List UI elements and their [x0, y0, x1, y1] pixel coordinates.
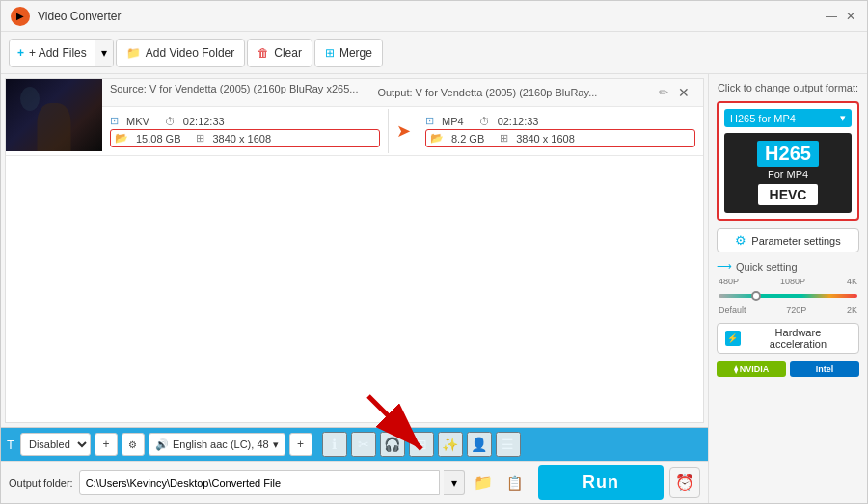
resolution-slider-wrap: [717, 290, 859, 302]
format-dropdown-label: H265 for MP4: [730, 113, 796, 124]
folder-size-icon: 📂: [115, 132, 128, 145]
output-duration: 02:12:33: [498, 116, 539, 127]
trash-icon: 🗑: [258, 46, 269, 60]
subtitle-add-button[interactable]: +: [95, 433, 118, 456]
resolution-top-labels: 480P 1080P 4K: [717, 277, 859, 286]
text-icon: T: [7, 438, 14, 452]
audio-icon: 🔊: [155, 438, 169, 451]
res2-icon: ⊞: [500, 132, 508, 145]
audio-dropdown-arrow: ▾: [273, 438, 279, 451]
title-bar: ▶ Video Converter — ✕: [1, 1, 867, 32]
file-row: Source: V for Vendetta (2005) (2160p Blu…: [6, 79, 703, 156]
format-preview: H265 For MP4 HEVC: [724, 133, 852, 213]
source-size-row: 📂 15.08 GB ⊞ 3840 x 1608: [110, 129, 380, 147]
for-mp4-text: For MP4: [768, 169, 808, 180]
merge-icon: ⊞: [325, 46, 335, 60]
alarm-icon: ⏰: [675, 473, 694, 491]
source-format-row: ⊡ MKV ⏱ 02:12:33: [110, 115, 380, 127]
thumbnail: [6, 79, 102, 151]
hardware-acceleration-button[interactable]: ⚡ Hardware acceleration: [717, 323, 859, 354]
file-details: ⊡ MKV ⏱ 02:12:33 📂 15.08 GB ⊞ 3840 x 16: [102, 107, 703, 155]
convert-arrow-icon: ➤: [396, 120, 411, 142]
output-size-row: 📂 8.2 GB ⊞ 3840 x 1608: [425, 129, 695, 147]
headphones-icon-button[interactable]: 🎧: [380, 432, 405, 457]
source-format: MKV: [126, 116, 149, 127]
subtitle-edit-button[interactable]: ⚙: [122, 433, 145, 456]
effects-icon-button[interactable]: ✨: [438, 432, 463, 457]
quick-setting-label: Quick setting: [736, 261, 798, 273]
change-format-title: Click to change output format:: [717, 82, 859, 93]
resolution-bottom-labels: Default 720P 2K: [717, 305, 859, 315]
nvidia-button[interactable]: ⧫ NVIDIA: [717, 361, 786, 377]
thumbnail-image: [6, 79, 102, 151]
subtitle-select[interactable]: Disabled: [20, 433, 91, 456]
intel-button[interactable]: Intel: [790, 361, 859, 377]
output-size: 8.2 GB: [451, 133, 484, 145]
watermark-icon-button[interactable]: 👤: [467, 432, 492, 457]
info-icon-button[interactable]: ℹ: [322, 432, 347, 457]
audio-track[interactable]: 🔊 English aac (LC), 48 ▾: [149, 433, 285, 456]
cut-icon-button[interactable]: ✂: [351, 432, 376, 457]
window-controls: — ✕: [825, 10, 857, 23]
folder-copy-button[interactable]: 📋: [502, 470, 527, 495]
add-video-folder-button[interactable]: 📁 Add Video Folder: [116, 39, 246, 67]
output-label: Output: V for Vendetta (2005) (2160p Blu…: [377, 87, 655, 98]
format-dropdown[interactable]: H265 for MP4 ▾: [724, 109, 852, 127]
quick-setting: ⟶ Quick setting 480P 1080P 4K Default 72…: [717, 260, 859, 315]
toolbar: + + Add Files ▾ 📁 Add Video Folder 🗑 Cle…: [1, 32, 867, 74]
hevc-badge: HEVC: [758, 184, 819, 205]
main-content: Source: V for Vendetta (2005) (2160p Blu…: [1, 74, 867, 503]
intel-label: Intel: [816, 364, 834, 374]
subtitle-icon-button[interactable]: ☰: [496, 432, 521, 457]
merge-button[interactable]: ⊞ Merge: [314, 39, 383, 67]
add-files-label: + Add Files: [29, 46, 87, 60]
hw-label: Hardware acceleration: [746, 327, 851, 350]
res-4k-label: 4K: [847, 277, 857, 286]
res-1080-label: 1080P: [780, 277, 805, 286]
edit-output-button[interactable]: ✏: [659, 86, 668, 99]
quick-setting-title: ⟶ Quick setting: [717, 260, 859, 273]
res-icon: ⊞: [196, 132, 204, 145]
folder-dropdown-button[interactable]: ▾: [444, 470, 465, 495]
source-details: ⊡ MKV ⏱ 02:12:33 📂 15.08 GB ⊞ 3840 x 16: [102, 109, 389, 153]
audio-label: English aac (LC), 48: [173, 438, 269, 450]
clear-button[interactable]: 🗑 Clear: [247, 39, 312, 67]
run-button[interactable]: Run: [538, 465, 664, 500]
folder-input-wrap: ▾: [79, 470, 465, 495]
folder-icon: 📁: [126, 46, 141, 60]
arrow-divider: ➤: [389, 120, 418, 142]
output-format-row: ⊡ MP4 ⏱ 02:12:33: [425, 115, 695, 127]
file-info-header: Source: V for Vendetta (2005) (2160p Blu…: [102, 79, 703, 107]
remove-file-button[interactable]: ✕: [672, 83, 695, 102]
source-duration: 02:12:33: [183, 116, 225, 127]
format-dropdown-arrow: ▾: [840, 112, 846, 124]
gpu-row: ⧫ NVIDIA Intel: [717, 361, 859, 377]
folder-open-button[interactable]: 📁: [471, 470, 496, 495]
folder-path-input[interactable]: [79, 470, 440, 495]
file-info: Source: V for Vendetta (2005) (2160p Blu…: [102, 79, 703, 155]
resolution-slider-thumb[interactable]: [751, 291, 761, 301]
clock-icon: ⏱: [165, 116, 176, 127]
crop-icon-button[interactable]: ⊞: [409, 432, 434, 457]
close-button[interactable]: ✕: [844, 10, 857, 23]
parameter-settings-button[interactable]: ⚙ Parameter settings: [717, 228, 859, 252]
add-video-folder-label: Add Video Folder: [146, 46, 235, 60]
minimize-button[interactable]: —: [825, 10, 838, 23]
app-icon: ▶: [11, 7, 30, 26]
add-files-dropdown[interactable]: + + Add Files ▾: [9, 39, 114, 67]
audio-add-button[interactable]: +: [289, 433, 312, 456]
resolution-slider-track: [719, 294, 857, 298]
plus-icon: +: [17, 46, 24, 60]
edit-icons: ℹ ✂ 🎧 ⊞ ✨ 👤 ☰: [322, 432, 521, 457]
source-size: 15.08 GB: [136, 133, 180, 145]
res-default-label: Default: [719, 305, 746, 315]
output-resolution: 3840 x 1608: [516, 133, 575, 145]
nvidia-label: NVIDIA: [740, 364, 770, 374]
param-settings-label: Parameter settings: [751, 235, 840, 247]
add-files-arrow[interactable]: ▾: [95, 40, 113, 66]
hw-icon: ⚡: [725, 331, 741, 346]
res-480-label: 480P: [719, 277, 739, 286]
add-files-button[interactable]: + + Add Files: [10, 40, 95, 66]
file-area: Source: V for Vendetta (2005) (2160p Blu…: [5, 78, 704, 423]
alarm-button[interactable]: ⏰: [669, 467, 700, 498]
